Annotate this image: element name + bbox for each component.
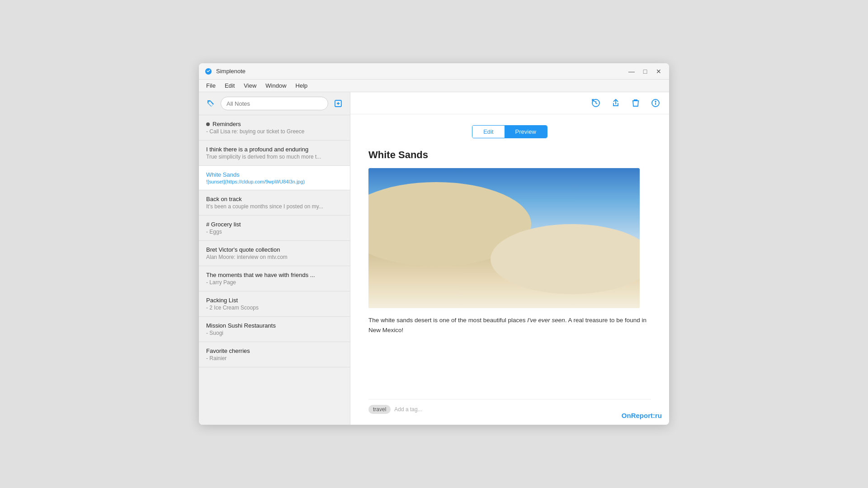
note-item-preview: Alan Moore: interview on mtv.com <box>206 254 343 260</box>
content-toolbar <box>350 92 669 114</box>
list-item[interactable]: White Sands![sunset](https://cldup.com/9… <box>199 166 350 190</box>
main-area: Reminders- Call Lisa re: buying our tick… <box>199 92 669 425</box>
notes-list: Reminders- Call Lisa re: buying our tick… <box>199 115 350 425</box>
note-item-title: White Sands <box>206 171 343 178</box>
watermark-accent: :ru <box>653 412 662 419</box>
note-item-preview: - Suogi <box>206 330 343 336</box>
history-icon[interactable] <box>590 97 602 109</box>
list-item[interactable]: Back on trackIt's been a couple months s… <box>199 190 350 216</box>
note-item-preview: - Call Lisa re: buying our ticket to Gre… <box>206 128 343 135</box>
edit-tab[interactable]: Edit <box>472 126 504 138</box>
watermark-text: OnReport <box>622 412 653 419</box>
description-text-1: The white sands desert is one of the mos… <box>368 317 527 324</box>
preview-tab[interactable]: Preview <box>505 126 547 138</box>
title-bar: Simplenote — □ ✕ <box>199 63 669 80</box>
note-item-preview: It's been a couple months since I posted… <box>206 203 343 210</box>
menu-window[interactable]: Window <box>262 81 290 90</box>
list-item[interactable]: Bret Victor's quote collectionAlan Moore… <box>199 241 350 266</box>
list-item[interactable]: # Grocery list- Eggs <box>199 216 350 241</box>
trash-icon[interactable] <box>629 97 642 109</box>
note-image <box>368 168 640 308</box>
note-item-preview: ![sunset](https://cldup.com/9wpWU84l3n.j… <box>206 179 343 184</box>
menu-edit[interactable]: Edit <box>221 81 238 90</box>
app-logo <box>204 67 212 75</box>
menu-view[interactable]: View <box>240 81 260 90</box>
search-input[interactable] <box>221 97 328 110</box>
list-item[interactable]: The moments that we have with friends ..… <box>199 266 350 291</box>
note-description: The white sands desert is one of the mos… <box>368 315 651 335</box>
note-item-preview: - Larry Page <box>206 279 343 286</box>
note-item-preview: True simplicity is derived from so much … <box>206 154 343 160</box>
note-item-title: Favorite cherries <box>206 347 343 354</box>
note-item-title: # Grocery list <box>206 221 343 228</box>
note-item-preview: - Rainier <box>206 355 343 361</box>
app-window: Simplenote — □ ✕ File Edit View Window H… <box>199 63 669 425</box>
list-item[interactable]: Reminders- Call Lisa re: buying our tick… <box>199 115 350 141</box>
menu-bar: File Edit View Window Help <box>199 80 669 92</box>
add-tag-input[interactable]: Add a tag... <box>394 406 422 413</box>
tag-travel[interactable]: travel <box>368 405 391 414</box>
maximize-button[interactable]: □ <box>640 66 650 76</box>
sidebar: Reminders- Call Lisa re: buying our tick… <box>199 92 350 425</box>
close-button[interactable]: ✕ <box>654 66 664 76</box>
content-body: Edit Preview White Sands The whit <box>350 114 669 425</box>
note-item-title: Mission Sushi Restaurants <box>206 322 343 329</box>
note-item-title: Back on track <box>206 196 343 202</box>
list-item[interactable]: I think there is a profound and enduring… <box>199 141 350 166</box>
window-controls: — □ ✕ <box>627 66 664 76</box>
note-title: White Sands <box>368 149 651 161</box>
note-item-title: The moments that we have with friends ..… <box>206 272 343 278</box>
new-note-button[interactable] <box>332 97 344 110</box>
note-item-preview: - Eggs <box>206 229 343 235</box>
tag-icon[interactable] <box>204 97 217 110</box>
note-item-preview: - 2 Ice Cream Scoops <box>206 305 343 311</box>
share-icon[interactable] <box>609 97 622 109</box>
note-item-title: Reminders <box>206 121 343 127</box>
minimize-button[interactable]: — <box>627 66 637 76</box>
note-item-title: I think there is a profound and enduring <box>206 146 343 153</box>
menu-help[interactable]: Help <box>292 81 311 90</box>
content-area: Edit Preview White Sands The whit <box>350 92 669 425</box>
watermark: OnReport:ru <box>622 412 662 419</box>
note-item-title: Bret Victor's quote collection <box>206 246 343 253</box>
title-bar-left: Simplenote <box>204 67 245 75</box>
menu-file[interactable]: File <box>203 81 219 90</box>
app-title: Simplenote <box>216 68 245 75</box>
info-icon[interactable] <box>649 97 662 109</box>
list-item[interactable]: Mission Sushi Restaurants- Suogi <box>199 317 350 342</box>
sidebar-header <box>199 92 350 115</box>
description-italic: I've ever seen <box>527 317 565 324</box>
svg-point-7 <box>655 101 656 102</box>
desert-photo <box>368 168 640 308</box>
list-item[interactable]: Favorite cherries- Rainier <box>199 342 350 367</box>
tags-area: travel Add a tag... <box>368 399 651 414</box>
edit-preview-tabs: Edit Preview <box>472 125 547 138</box>
note-item-title: Packing List <box>206 297 343 304</box>
list-item[interactable]: Packing List- 2 Ice Cream Scoops <box>199 291 350 317</box>
